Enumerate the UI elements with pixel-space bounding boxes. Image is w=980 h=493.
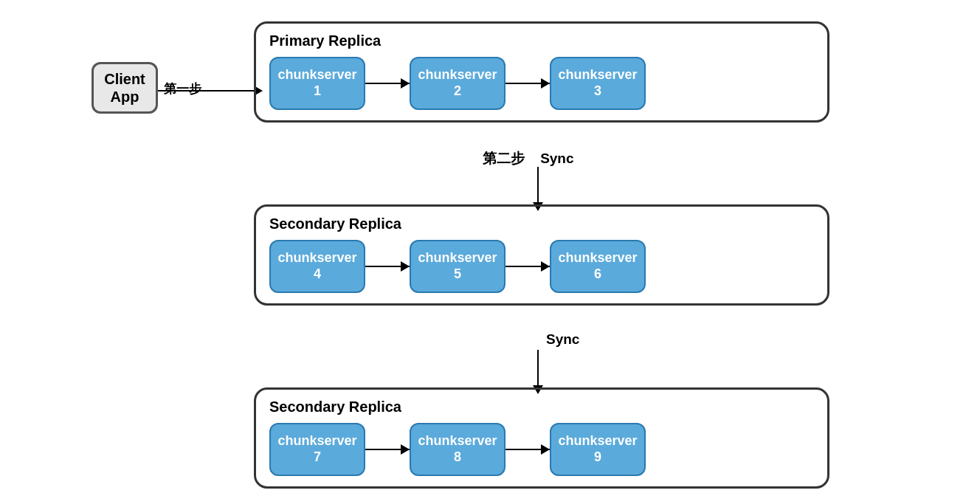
client-to-cs1-arrow bbox=[158, 86, 263, 96]
cs2-to-cs3-arrow bbox=[505, 76, 550, 91]
secondary-replica-2-box: Secondary Replica chunkserver 7 chunkser… bbox=[254, 387, 829, 489]
secondary-replica-1-box: Secondary Replica chunkserver 4 chunkser… bbox=[254, 204, 829, 306]
primary-replica-title: Primary Replica bbox=[269, 32, 814, 49]
step2-sync-label: 第二步 Sync bbox=[483, 149, 574, 168]
sync2-label: Sync bbox=[546, 331, 579, 348]
cs7-to-cs8-arrow bbox=[365, 442, 410, 457]
chunkserver-5: chunkserver 5 bbox=[410, 240, 505, 293]
secondary-replica-2-title: Secondary Replica bbox=[269, 399, 814, 416]
cs8-to-cs9-arrow bbox=[505, 442, 550, 457]
cs1-to-cs2-arrow bbox=[365, 76, 410, 91]
primary-replica-box: Primary Replica chunkserver 1 chunkserve… bbox=[254, 21, 829, 123]
secondary-replica-1-title: Secondary Replica bbox=[269, 216, 814, 232]
chunkserver-7: chunkserver 7 bbox=[269, 423, 365, 476]
chunkserver-6: chunkserver 6 bbox=[550, 240, 646, 293]
primary-servers-row: chunkserver 1 chunkserver 2 chunkserver … bbox=[269, 57, 814, 110]
chunkserver-1: chunkserver 1 bbox=[269, 57, 365, 110]
secondary-2-servers-row: chunkserver 7 chunkserver 8 chunkserver … bbox=[269, 423, 814, 476]
chunkserver-8: chunkserver 8 bbox=[410, 423, 505, 476]
diagram: Client App 第一步 Primary Replica chunkserv… bbox=[84, 14, 896, 479]
chunkserver-9: chunkserver 9 bbox=[550, 423, 646, 476]
chunkserver-2: chunkserver 2 bbox=[410, 57, 505, 110]
client-app-box: Client App bbox=[92, 62, 158, 114]
client-app-label: Client App bbox=[104, 70, 145, 106]
cs5-to-cs6-arrow bbox=[505, 259, 550, 274]
cs4-to-cs5-arrow bbox=[365, 259, 410, 274]
secondary-1-servers-row: chunkserver 4 chunkserver 5 chunkserver … bbox=[269, 240, 814, 293]
chunkserver-4: chunkserver 4 bbox=[269, 240, 365, 293]
chunkserver-3: chunkserver 3 bbox=[550, 57, 646, 110]
